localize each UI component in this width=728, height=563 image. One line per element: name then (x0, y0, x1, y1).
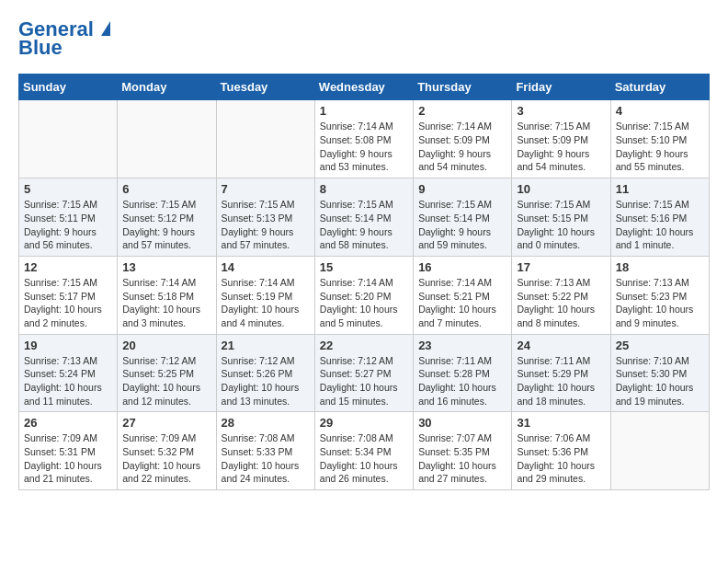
day-of-week-header: Thursday (414, 75, 512, 100)
calendar-week-row: 1Sunrise: 7:14 AM Sunset: 5:08 PM Daylig… (19, 100, 710, 178)
day-number: 8 (320, 182, 408, 196)
calendar-cell: 9Sunrise: 7:15 AM Sunset: 5:14 PM Daylig… (414, 178, 512, 257)
calendar-cell: 19Sunrise: 7:13 AM Sunset: 5:24 PM Dayli… (19, 334, 118, 412)
calendar-cell: 4Sunrise: 7:15 AM Sunset: 5:10 PM Daylig… (610, 100, 709, 178)
day-number: 10 (517, 182, 605, 196)
day-number: 24 (517, 339, 605, 352)
day-number: 17 (517, 260, 605, 274)
day-info: Sunrise: 7:14 AM Sunset: 5:09 PM Dayligh… (418, 120, 506, 174)
calendar-cell (118, 100, 216, 178)
calendar-cell: 25Sunrise: 7:10 AM Sunset: 5:30 PM Dayli… (610, 334, 709, 412)
day-info: Sunrise: 7:14 AM Sunset: 5:18 PM Dayligh… (122, 276, 210, 330)
day-number: 22 (320, 339, 408, 352)
calendar-cell: 23Sunrise: 7:11 AM Sunset: 5:28 PM Dayli… (414, 334, 512, 412)
day-info: Sunrise: 7:15 AM Sunset: 5:16 PM Dayligh… (616, 198, 704, 252)
calendar-cell: 17Sunrise: 7:13 AM Sunset: 5:22 PM Dayli… (512, 256, 610, 334)
day-info: Sunrise: 7:14 AM Sunset: 5:19 PM Dayligh… (222, 276, 310, 330)
logo-triangle-icon (101, 21, 110, 36)
calendar-cell: 15Sunrise: 7:14 AM Sunset: 5:20 PM Dayli… (314, 256, 413, 334)
day-number: 11 (616, 182, 704, 196)
day-info: Sunrise: 7:15 AM Sunset: 5:17 PM Dayligh… (24, 276, 112, 330)
day-info: Sunrise: 7:15 AM Sunset: 5:15 PM Dayligh… (517, 198, 605, 252)
calendar-cell: 31Sunrise: 7:06 AM Sunset: 5:36 PM Dayli… (512, 412, 610, 490)
calendar-cell: 20Sunrise: 7:12 AM Sunset: 5:25 PM Dayli… (118, 334, 216, 412)
calendar-cell: 8Sunrise: 7:15 AM Sunset: 5:14 PM Daylig… (314, 178, 413, 257)
calendar-cell: 24Sunrise: 7:11 AM Sunset: 5:29 PM Dayli… (512, 334, 610, 412)
day-info: Sunrise: 7:09 AM Sunset: 5:32 PM Dayligh… (122, 431, 210, 486)
day-info: Sunrise: 7:15 AM Sunset: 5:12 PM Dayligh… (122, 198, 210, 252)
calendar-week-row: 19Sunrise: 7:13 AM Sunset: 5:24 PM Dayli… (19, 334, 710, 412)
calendar-cell: 10Sunrise: 7:15 AM Sunset: 5:15 PM Dayli… (512, 178, 610, 257)
day-of-week-header: Saturday (610, 75, 709, 100)
calendar-cell: 7Sunrise: 7:15 AM Sunset: 5:13 PM Daylig… (216, 178, 314, 257)
day-of-week-header: Friday (512, 75, 610, 100)
calendar-cell: 13Sunrise: 7:14 AM Sunset: 5:18 PM Dayli… (118, 256, 216, 334)
day-info: Sunrise: 7:08 AM Sunset: 5:34 PM Dayligh… (320, 431, 408, 486)
day-info: Sunrise: 7:15 AM Sunset: 5:10 PM Dayligh… (616, 120, 704, 174)
day-number: 14 (222, 260, 310, 274)
day-info: Sunrise: 7:06 AM Sunset: 5:36 PM Dayligh… (517, 431, 605, 486)
calendar-header-row: SundayMondayTuesdayWednesdayThursdayFrid… (19, 75, 710, 100)
calendar-cell (216, 100, 314, 178)
calendar-cell: 16Sunrise: 7:14 AM Sunset: 5:21 PM Dayli… (414, 256, 512, 334)
calendar-week-row: 12Sunrise: 7:15 AM Sunset: 5:17 PM Dayli… (19, 256, 710, 334)
calendar-cell: 6Sunrise: 7:15 AM Sunset: 5:12 PM Daylig… (118, 178, 216, 257)
day-info: Sunrise: 7:15 AM Sunset: 5:14 PM Dayligh… (418, 198, 506, 252)
day-number: 15 (320, 260, 408, 274)
day-number: 5 (24, 182, 112, 196)
calendar-cell (19, 100, 118, 178)
day-number: 9 (418, 182, 506, 196)
logo: General Blue (18, 18, 110, 59)
day-number: 25 (616, 339, 704, 352)
day-number: 21 (222, 339, 310, 352)
day-info: Sunrise: 7:15 AM Sunset: 5:11 PM Dayligh… (24, 198, 112, 252)
day-info: Sunrise: 7:12 AM Sunset: 5:26 PM Dayligh… (222, 354, 310, 408)
day-info: Sunrise: 7:12 AM Sunset: 5:25 PM Dayligh… (122, 354, 210, 408)
calendar-cell: 26Sunrise: 7:09 AM Sunset: 5:31 PM Dayli… (19, 412, 118, 490)
day-info: Sunrise: 7:13 AM Sunset: 5:24 PM Dayligh… (24, 354, 112, 408)
calendar-cell: 22Sunrise: 7:12 AM Sunset: 5:27 PM Dayli… (314, 334, 413, 412)
day-number: 16 (418, 260, 506, 274)
day-info: Sunrise: 7:15 AM Sunset: 5:13 PM Dayligh… (222, 198, 310, 252)
day-info: Sunrise: 7:13 AM Sunset: 5:22 PM Dayligh… (517, 276, 605, 330)
calendar-week-row: 5Sunrise: 7:15 AM Sunset: 5:11 PM Daylig… (19, 178, 710, 257)
day-number: 30 (418, 416, 506, 430)
day-number: 4 (616, 104, 704, 118)
day-number: 20 (122, 339, 210, 352)
day-number: 26 (24, 416, 112, 430)
day-number: 28 (222, 416, 310, 430)
calendar-cell: 28Sunrise: 7:08 AM Sunset: 5:33 PM Dayli… (216, 412, 314, 490)
day-number: 23 (418, 339, 506, 352)
day-number: 12 (24, 260, 112, 274)
day-number: 1 (320, 104, 408, 118)
calendar-cell: 14Sunrise: 7:14 AM Sunset: 5:19 PM Dayli… (216, 256, 314, 334)
calendar-cell: 30Sunrise: 7:07 AM Sunset: 5:35 PM Dayli… (414, 412, 512, 490)
day-number: 31 (517, 416, 605, 430)
day-info: Sunrise: 7:07 AM Sunset: 5:35 PM Dayligh… (418, 431, 506, 486)
calendar-cell: 27Sunrise: 7:09 AM Sunset: 5:32 PM Dayli… (118, 412, 216, 490)
calendar-table: SundayMondayTuesdayWednesdayThursdayFrid… (18, 74, 710, 490)
day-number: 29 (320, 416, 408, 430)
calendar-cell: 2Sunrise: 7:14 AM Sunset: 5:09 PM Daylig… (414, 100, 512, 178)
day-info: Sunrise: 7:09 AM Sunset: 5:31 PM Dayligh… (24, 431, 112, 486)
day-info: Sunrise: 7:13 AM Sunset: 5:23 PM Dayligh… (616, 276, 704, 330)
calendar-cell: 1Sunrise: 7:14 AM Sunset: 5:08 PM Daylig… (314, 100, 413, 178)
page-header: General Blue (18, 18, 710, 59)
calendar-cell: 11Sunrise: 7:15 AM Sunset: 5:16 PM Dayli… (610, 178, 709, 257)
day-of-week-header: Sunday (19, 75, 118, 100)
day-of-week-header: Wednesday (314, 75, 413, 100)
calendar-cell: 5Sunrise: 7:15 AM Sunset: 5:11 PM Daylig… (19, 178, 118, 257)
day-number: 19 (24, 339, 112, 352)
day-info: Sunrise: 7:14 AM Sunset: 5:21 PM Dayligh… (418, 276, 506, 330)
day-number: 13 (122, 260, 210, 274)
day-number: 27 (122, 416, 210, 430)
day-info: Sunrise: 7:10 AM Sunset: 5:30 PM Dayligh… (616, 354, 704, 408)
day-number: 7 (222, 182, 310, 196)
day-number: 6 (122, 182, 210, 196)
day-info: Sunrise: 7:11 AM Sunset: 5:28 PM Dayligh… (418, 354, 506, 408)
calendar-cell: 18Sunrise: 7:13 AM Sunset: 5:23 PM Dayli… (610, 256, 709, 334)
calendar-week-row: 26Sunrise: 7:09 AM Sunset: 5:31 PM Dayli… (19, 412, 710, 490)
calendar-cell: 29Sunrise: 7:08 AM Sunset: 5:34 PM Dayli… (314, 412, 413, 490)
day-info: Sunrise: 7:15 AM Sunset: 5:14 PM Dayligh… (320, 198, 408, 252)
day-of-week-header: Monday (118, 75, 216, 100)
